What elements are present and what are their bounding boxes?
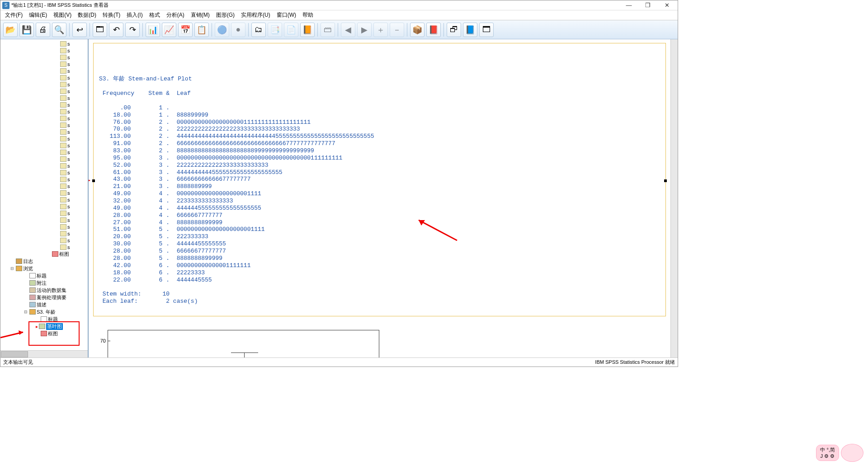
viewer-vscroll[interactable] (670, 39, 678, 357)
forward-icon[interactable]: ▶ (357, 23, 372, 37)
case-icon (29, 295, 36, 300)
tree-s-node[interactable]: s (60, 230, 87, 237)
menu-transform[interactable]: 转换(T) (100, 10, 123, 20)
tool3-icon[interactable]: 📙 (300, 23, 315, 37)
tree-s-node[interactable]: s (60, 216, 87, 223)
tree-title[interactable]: 标题 (1, 272, 87, 279)
tree-note[interactable]: 附注 (1, 279, 87, 287)
tree-s-node[interactable]: s (60, 223, 87, 230)
tree-s-node[interactable]: s (60, 196, 87, 203)
print-icon[interactable]: 🖨 (36, 23, 50, 37)
tool4-icon[interactable]: 🗃 (321, 23, 335, 37)
table-icon[interactable]: 📋 (194, 23, 209, 37)
tree-s-node[interactable]: s (60, 74, 87, 81)
tree-s-node[interactable]: s (60, 176, 87, 183)
selection-handle-left[interactable] (92, 179, 95, 182)
menu-edit[interactable]: 编辑(E) (26, 10, 50, 20)
redo-icon[interactable]: ↷ (125, 23, 140, 37)
menu-file[interactable]: 文件(F) (2, 10, 25, 20)
tree-s-node[interactable]: s (60, 135, 87, 142)
tree-s-node[interactable]: s (60, 244, 87, 250)
collapse-icon[interactable]: ⊟ (9, 266, 15, 271)
zoom-out-icon[interactable]: － (390, 23, 404, 37)
tree-s-node[interactable]: s (60, 128, 87, 135)
menu-format[interactable]: 格式 (146, 10, 163, 20)
tree-s-node[interactable]: s (60, 81, 87, 88)
tree-s-node[interactable]: s (60, 115, 87, 122)
goto-icon[interactable]: 📊 (146, 23, 160, 37)
circle2-icon[interactable]: ● (231, 23, 245, 37)
tree-browse[interactable]: ⊟ 浏览 (1, 265, 87, 272)
selection-handle-right[interactable] (664, 179, 667, 182)
window1-icon[interactable]: 🗗 (447, 23, 461, 37)
app-window: S *输出1 [文档1] - IBM SPSS Statistics 查看器 —… (0, 0, 678, 367)
tree-s-node[interactable]: s (60, 210, 87, 216)
tree-s-node[interactable]: s (60, 47, 87, 54)
tree-s-node[interactable]: s (60, 88, 87, 94)
menu-help[interactable]: 帮助 (300, 10, 316, 20)
outline-hscroll[interactable] (0, 350, 88, 357)
box-icon[interactable]: 📦 (410, 23, 425, 37)
tree-chart-node[interactable]: 框图 (1, 250, 87, 258)
book-icon[interactable]: 📕 (426, 23, 441, 37)
tree-s-node[interactable]: s (60, 203, 87, 210)
stemleaf-output[interactable]: ▸ S3. 年龄 Stem-and-Leaf Plot Frequency St… (93, 43, 666, 316)
back-icon[interactable]: ◀ (341, 23, 355, 37)
tree-s-node[interactable]: s (60, 149, 87, 155)
tree-s-node[interactable]: s (60, 142, 87, 149)
scrollbar-thumb[interactable] (1, 351, 28, 357)
window2-icon[interactable]: 📘 (463, 23, 477, 37)
statusbar: 文本输出可见 IBM SPSS Statistics Processor 就绪 (0, 357, 678, 367)
tree-desc[interactable]: 描述 (1, 301, 87, 308)
menu-insert[interactable]: 插入(I) (124, 10, 145, 20)
tree-log[interactable]: 日志 (1, 258, 87, 265)
tool1-icon[interactable]: 📑 (268, 23, 282, 37)
close-button[interactable]: ✕ (661, 1, 672, 9)
tree-s-node[interactable]: s (60, 54, 87, 61)
undo-icon[interactable]: ↶ (109, 23, 123, 37)
tree-s-node[interactable]: s (60, 67, 87, 74)
menu-data[interactable]: 数据(D) (75, 10, 99, 20)
page-icon (60, 177, 66, 182)
circle1-icon[interactable]: 🔵 (215, 23, 229, 37)
tree-label: 浏览 (23, 265, 33, 272)
tree-s-node[interactable]: s (60, 169, 87, 176)
menu-view[interactable]: 视图(V) (51, 10, 74, 20)
menu-graphs[interactable]: 图形(G) (213, 10, 237, 20)
preview-icon[interactable]: 🔍 (52, 23, 66, 37)
open-icon[interactable]: 📂 (3, 23, 18, 37)
tree-s-node[interactable]: s (60, 155, 87, 162)
tree-active-data[interactable]: 活动的数据集 (1, 287, 87, 294)
page-icon (60, 116, 66, 121)
window3-icon[interactable]: 🗖 (479, 23, 494, 37)
chart-icon[interactable]: 📈 (162, 23, 176, 37)
tree-s-node[interactable]: s (60, 94, 87, 101)
menu-utilities[interactable]: 实用程序(U) (238, 10, 273, 20)
select-icon[interactable]: 🗂 (251, 23, 266, 37)
menu-direct[interactable]: 直销(M) (188, 10, 212, 20)
tool2-icon[interactable]: 📄 (284, 23, 298, 37)
save-icon[interactable]: 💾 (19, 23, 34, 37)
recall-icon[interactable]: 🗔 (93, 23, 107, 37)
zoom-in-icon[interactable]: ＋ (373, 23, 388, 37)
tree-s-node[interactable]: s (60, 61, 87, 67)
maximize-button[interactable]: ❐ (642, 1, 653, 9)
tree-case[interactable]: 案例处理摘要 (1, 294, 87, 301)
tree-s-node[interactable]: s (60, 122, 87, 128)
collapse-icon[interactable]: ⊟ (23, 310, 28, 314)
minimize-button[interactable]: — (623, 1, 634, 9)
tree-s-node[interactable]: s (60, 108, 87, 115)
outline-tree[interactable]: sssssssssssssssssssssssssssssss 框图 日志 ⊟ … (0, 39, 88, 350)
viewer-pane[interactable]: ▸ S3. 年龄 Stem-and-Leaf Plot Frequency St… (89, 39, 670, 357)
tree-s-node[interactable]: s (60, 183, 87, 189)
pivot-icon[interactable]: 📅 (178, 23, 193, 37)
tree-s-node[interactable]: s (60, 189, 87, 196)
menu-window[interactable]: 窗口(W) (274, 10, 299, 20)
tree-s-node[interactable]: s (60, 40, 87, 47)
tree-s-node[interactable]: s (60, 162, 87, 169)
export-icon[interactable]: ↩ (72, 23, 87, 37)
menu-analyze[interactable]: 分析(A) (164, 10, 187, 20)
tree-s-node[interactable]: s (60, 237, 87, 244)
tree-s3[interactable]: ⊟S3. 年龄 (1, 308, 87, 315)
tree-s-node[interactable]: s (60, 101, 87, 108)
